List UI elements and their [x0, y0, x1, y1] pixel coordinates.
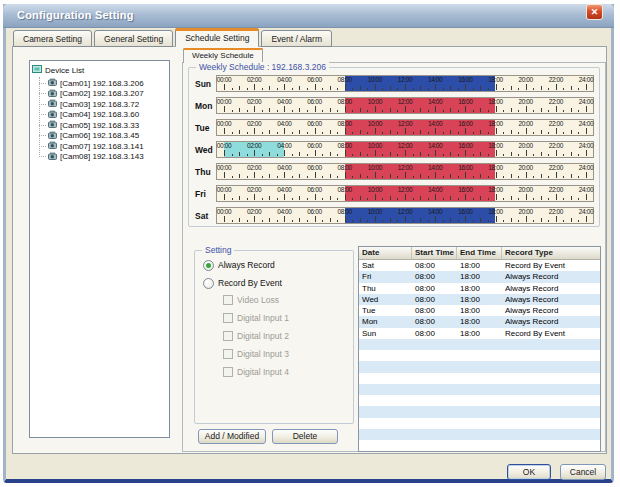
checkbox-digital-input-2: Digital Input 2 [223, 331, 347, 341]
ruler-tick [352, 176, 353, 178]
ruler-tick [292, 110, 293, 112]
close-button[interactable]: ✕ [586, 4, 603, 20]
ruler-tick [443, 198, 444, 200]
ruler-hour-label: 00:00 [217, 142, 231, 149]
ruler-tick [292, 220, 293, 222]
ok-button[interactable]: OK [507, 464, 551, 480]
table-cell: 18:00 [457, 260, 502, 271]
ruler-tick [541, 86, 542, 90]
column-header-record-type[interactable]: Record Type [502, 247, 600, 259]
ruler-tick [571, 108, 572, 112]
cancel-button[interactable]: Cancel [560, 464, 606, 480]
schedule-ruler-sun[interactable]: 00:0002:0004:0006:0008:0010:0012:0014:00… [216, 75, 594, 92]
table-cell: Mon [359, 316, 412, 327]
tree-item-cam01[interactable]: [Cam01] 192.168.3.206 [39, 78, 167, 89]
schedule-ruler-fri[interactable]: 00:0002:0004:0006:0008:0010:0012:0014:00… [216, 185, 594, 202]
camera-icon [48, 89, 58, 99]
table-cell [359, 406, 412, 417]
table-row[interactable]: Fri08:0018:00Always Record [359, 271, 600, 282]
ruler-tick [465, 172, 466, 178]
ruler-tick [269, 152, 270, 156]
radio-record-by-event[interactable]: Record By Event [203, 277, 347, 289]
day-label: Wed [193, 145, 216, 155]
ruler-tick [232, 198, 233, 200]
table-cell [412, 350, 457, 361]
radio-icon [203, 260, 214, 271]
ruler-tick [458, 198, 459, 200]
ruler-tick [420, 196, 421, 200]
ruler-tick [247, 176, 248, 178]
table-row[interactable]: Sat08:0018:00Record By Event [359, 260, 600, 271]
ruler-tick [533, 198, 534, 200]
table-cell [457, 384, 502, 395]
weekly-schedule-tab-label: Weekly Schedule [192, 51, 254, 60]
add-modify-button[interactable]: Add / Modified [198, 429, 266, 444]
ruler-tick [307, 198, 308, 200]
ruler-tick [586, 194, 587, 200]
schedule-ruler-mon[interactable]: 00:0002:0004:0006:0008:0010:0012:0014:00… [216, 97, 594, 114]
ruler-tick [360, 108, 361, 112]
ruler-tick [284, 172, 285, 178]
table-row[interactable]: Sun08:0018:00Record By Event [359, 328, 600, 339]
checkbox-icon [223, 367, 233, 377]
table-cell: 08:00 [412, 283, 457, 294]
ruler-tick [397, 220, 398, 222]
ruler-tick [548, 132, 549, 134]
tab-schedule-setting[interactable]: Schedule Setting [175, 28, 259, 47]
column-header-end-time[interactable]: End Time [457, 247, 502, 259]
device-tree-root[interactable]: Device List [32, 64, 167, 77]
ruler-tick [337, 176, 338, 178]
table-cell: 18:00 [457, 283, 502, 294]
table-cell: Fri [359, 271, 412, 282]
ruler-tick [292, 88, 293, 90]
table-empty-row [359, 395, 600, 406]
table-row[interactable]: Mon08:0018:00Always Record [359, 316, 600, 327]
ruler-tick [563, 110, 564, 112]
ruler-tick [420, 130, 421, 134]
tab-general-setting[interactable]: General Setting [94, 30, 173, 47]
table-cell: Always Record [502, 271, 600, 282]
schedule-ruler-sat[interactable]: 00:0002:0004:0006:0008:0010:0012:0014:00… [216, 207, 594, 224]
table-row[interactable]: Thu08:0018:00Always Record [359, 283, 600, 294]
tree-item-cam06[interactable]: [Cam06] 192.168.3.45 [39, 131, 167, 142]
tree-item-cam08[interactable]: [Cam08] 192.168.3.143 [39, 152, 167, 163]
tree-item-cam03[interactable]: [Cam03] 192.168.3.72 [39, 99, 167, 110]
ruler-tick [511, 152, 512, 156]
tab-camera-setting[interactable]: Camera Setting [13, 30, 92, 47]
table-cell [412, 406, 457, 417]
tab-event-alarm[interactable]: Event / Alarm [261, 30, 332, 47]
ruler-tick [345, 172, 346, 178]
table-cell [359, 373, 412, 384]
ruler-tick [586, 172, 587, 178]
ruler-tick [578, 198, 579, 200]
schedule-ruler-tue[interactable]: 00:0002:0004:0006:0008:0010:0012:0014:00… [216, 119, 594, 136]
column-header-start-time[interactable]: Start Time [412, 247, 457, 259]
ruler-tick [224, 150, 225, 156]
tree-item-cam07[interactable]: [Cam07] 192.168.3.141 [39, 141, 167, 152]
schedule-ruler-thu[interactable]: 00:0002:0004:0006:0008:0010:0012:0014:00… [216, 163, 594, 180]
tree-item-cam05[interactable]: [Cam05] 192.168.3.33 [39, 120, 167, 131]
table-cell [412, 418, 457, 429]
radio-label: Always Record [218, 260, 275, 271]
delete-button[interactable]: Delete [272, 429, 338, 444]
schedule-ruler-wed[interactable]: 00:0002:0004:0006:0008:0010:0012:0014:00… [216, 141, 594, 158]
window-title: Configuration Setting [17, 4, 134, 27]
ruler-tick [284, 150, 285, 156]
column-header-date[interactable]: Date [359, 247, 412, 259]
table-row[interactable]: Wed08:0018:00Always Record [359, 294, 600, 305]
radio-always-record[interactable]: Always Record [203, 259, 347, 271]
schedule-table: DateStart TimeEnd TimeRecord Type Sat08:… [358, 246, 601, 452]
ruler-tick [458, 176, 459, 178]
ruler-tick [428, 110, 429, 112]
ruler-tick [337, 88, 338, 90]
table-row[interactable]: Tue08:0018:00Always Record [359, 305, 600, 316]
ruler-tick [503, 176, 504, 178]
tree-item-cam02[interactable]: [Cam02] 192.168.3.207 [39, 89, 167, 100]
tab-weekly-schedule[interactable]: Weekly Schedule [183, 48, 263, 63]
radio-label: Record By Event [218, 278, 282, 289]
ruler-tick [382, 220, 383, 222]
ruler-tick [503, 154, 504, 156]
tree-item-cam04[interactable]: [Cam04] 192.168.3.60 [39, 110, 167, 121]
ruler-track: 00:0002:0004:0006:0008:0010:0012:0014:00… [224, 120, 586, 135]
device-tree-items: [Cam01] 192.168.3.206[Cam02] 192.168.3.2… [39, 78, 167, 162]
